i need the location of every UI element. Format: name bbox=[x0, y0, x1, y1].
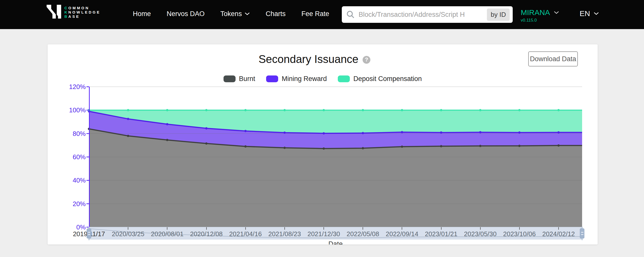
nav-item-fee-rate[interactable]: Fee Rate bbox=[301, 10, 329, 18]
x-axis-tick bbox=[363, 227, 363, 230]
y-axis-label: 120% bbox=[58, 83, 86, 91]
top-nav: COMMON KNOWLEDGE BASE Home Nervos DAO To… bbox=[0, 0, 644, 29]
x-axis-label: 2022/09/14 bbox=[386, 230, 418, 238]
network-selector[interactable]: MIRANA v0.115.0 bbox=[521, 8, 559, 23]
legend-item-deposit-compensation[interactable]: Deposit Compensation bbox=[338, 75, 422, 83]
nav-item-tokens[interactable]: Tokens bbox=[221, 10, 250, 18]
x-axis-tick bbox=[128, 227, 128, 230]
chart-card: Secondary Issuance ? Download Data Burnt… bbox=[48, 44, 598, 244]
y-axis-label: 20% bbox=[58, 200, 86, 208]
search-by-id-button[interactable]: by ID bbox=[487, 9, 510, 21]
x-axis-tick bbox=[441, 227, 442, 230]
chevron-down-icon bbox=[554, 11, 559, 14]
chevron-down-icon bbox=[245, 12, 250, 15]
datazoom-handle-left[interactable] bbox=[86, 227, 92, 240]
x-axis-label: 2022/05/08 bbox=[347, 230, 379, 238]
y-axis-label: 80% bbox=[58, 130, 86, 138]
x-axis-tick bbox=[206, 227, 207, 230]
x-axis-label: 2021/12/30 bbox=[307, 230, 340, 238]
x-axis-label: 2023/01/21 bbox=[425, 230, 457, 238]
x-axis-label: 2024/02/12 bbox=[542, 230, 575, 238]
secondary-issuance-chart[interactable] bbox=[89, 87, 582, 227]
x-axis-tick bbox=[167, 227, 167, 230]
search-icon bbox=[346, 10, 355, 19]
x-axis-title: Date bbox=[89, 240, 582, 244]
x-axis-tick bbox=[480, 227, 481, 230]
x-axis-label: 2021/04/16 bbox=[229, 230, 262, 238]
x-axis-tick bbox=[558, 227, 559, 230]
y-axis-label: 40% bbox=[58, 177, 86, 184]
legend-label: Burnt bbox=[239, 75, 255, 83]
nav-item-home[interactable]: Home bbox=[133, 10, 151, 18]
x-axis-label: 2021/08/23 bbox=[268, 230, 301, 238]
x-axis-tick bbox=[245, 227, 246, 230]
chart-title-row: Secondary Issuance ? bbox=[48, 53, 581, 65]
nav-menu: Home Nervos DAO Tokens Charts Fee Rate bbox=[133, 0, 329, 28]
x-axis-label: 2023/10/06 bbox=[503, 230, 536, 238]
datazoom-handle-right[interactable] bbox=[579, 227, 585, 240]
legend-label: Deposit Compensation bbox=[353, 75, 422, 83]
language-selector[interactable]: EN bbox=[580, 9, 599, 18]
datazoom-slider[interactable]: 2019/11/172020/03/252020/08/012020/12/08… bbox=[89, 227, 582, 239]
nav-item-nervos-dao[interactable]: Nervos DAO bbox=[167, 10, 205, 18]
page-title: Secondary Issuance bbox=[259, 53, 359, 65]
legend-swatch-deposit-compensation bbox=[338, 75, 350, 82]
nervos-logo-icon bbox=[47, 5, 61, 19]
y-axis-label: 60% bbox=[58, 153, 86, 161]
chart-legend: Burnt Mining Reward Deposit Compensation bbox=[48, 75, 598, 83]
legend-item-mining-reward[interactable]: Mining Reward bbox=[266, 75, 327, 83]
x-axis-tick bbox=[519, 227, 520, 230]
legend-swatch-mining-reward bbox=[266, 75, 278, 82]
x-axis-label: 2020/12/08 bbox=[190, 230, 223, 238]
search-input[interactable] bbox=[359, 11, 487, 19]
y-axis-label: 100% bbox=[58, 106, 86, 114]
chevron-down-icon bbox=[594, 12, 599, 15]
download-data-button[interactable]: Download Data bbox=[528, 51, 578, 66]
network-name: MIRANA bbox=[521, 8, 550, 17]
x-axis-label: 2023/05/30 bbox=[464, 230, 497, 238]
legend-swatch-burnt bbox=[224, 75, 236, 82]
x-axis-label: 2020/03/25 bbox=[112, 230, 144, 238]
search-bar: by ID bbox=[342, 6, 513, 23]
logo[interactable]: COMMON KNOWLEDGE BASE bbox=[47, 5, 100, 19]
x-axis-tick bbox=[284, 227, 285, 230]
legend-item-burnt[interactable]: Burnt bbox=[224, 75, 255, 83]
help-icon[interactable]: ? bbox=[363, 56, 370, 64]
language-label: EN bbox=[580, 9, 590, 18]
x-axis-label: 2020/08/01 bbox=[151, 230, 183, 238]
x-axis-tick bbox=[324, 227, 324, 230]
x-axis-tick bbox=[402, 227, 402, 230]
legend-label: Mining Reward bbox=[282, 75, 327, 83]
logo-text: COMMON KNOWLEDGE BASE bbox=[64, 5, 100, 19]
nav-item-charts[interactable]: Charts bbox=[266, 10, 286, 18]
network-version: v0.115.0 bbox=[521, 18, 559, 23]
